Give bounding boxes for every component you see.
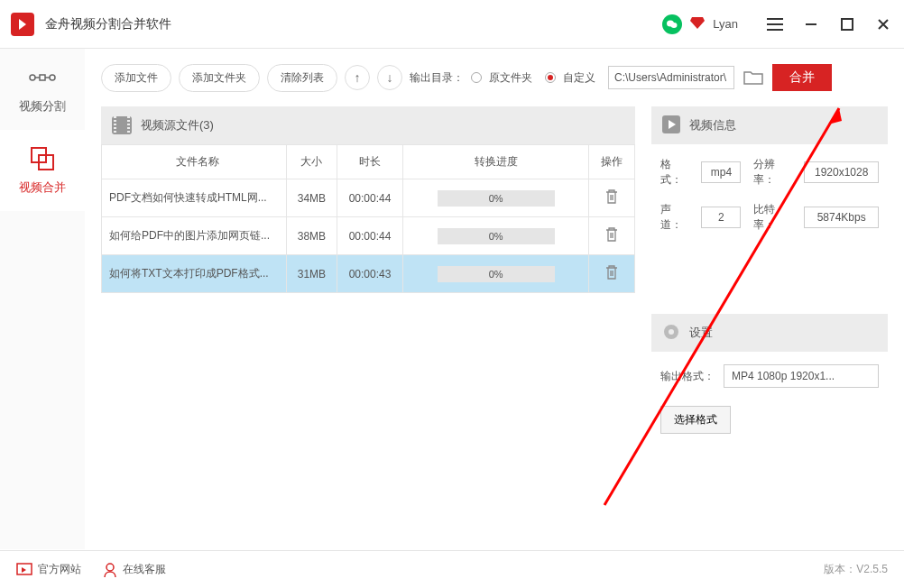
col-progress: 转换进度 [403,145,588,179]
table-row[interactable]: 如何将TXT文本打印成PDF格式... 31MB 00:00:43 0% [102,255,635,293]
menu-icon[interactable] [765,14,785,34]
sidebar-label-merge: 视频合并 [19,179,66,196]
online-service-link[interactable]: 在线客服 [103,562,166,578]
resolution-value: 1920x1028 [804,161,879,183]
choose-format-button[interactable]: 选择格式 [660,406,731,434]
source-files-header: 视频源文件(3) [101,106,635,144]
file-progress-cell: 0% [403,179,588,217]
radio-original[interactable] [471,72,482,83]
out-format-value: MP4 1080p 1920x1... [724,364,879,388]
official-site-label: 官方网站 [38,562,81,577]
film-icon [112,116,132,134]
col-name: 文件名称 [102,145,287,179]
close-icon[interactable] [873,14,893,34]
add-file-button[interactable]: 添加文件 [101,64,171,92]
app-title: 金舟视频分割合并软件 [45,16,662,32]
sidebar: 视频分割 视频合并 [0,49,85,549]
col-size: 大小 [287,145,337,179]
col-duration: 时长 [337,145,403,179]
source-files-title: 视频源文件(3) [141,117,214,133]
file-progress-cell: 0% [403,255,588,293]
wechat-icon [662,14,682,34]
maximize-icon[interactable] [837,14,857,34]
settings-header: 设置 [651,314,888,352]
file-size-cell: 38MB [287,217,337,255]
browse-folder-icon[interactable] [742,66,765,89]
svg-point-1 [671,23,678,28]
file-name-cell: PDF文档如何快速转成HTML网... [102,179,287,217]
move-down-button[interactable]: ↓ [377,65,402,90]
clear-list-button[interactable]: 清除列表 [267,64,337,92]
gear-icon [662,323,680,344]
file-duration-cell: 00:00:44 [337,179,403,217]
table-row[interactable]: 如何给PDF中的图片添加网页链... 38MB 00:00:44 0% [102,217,635,255]
svg-point-4 [50,75,55,80]
delete-icon[interactable] [604,226,619,243]
diamond-icon [689,15,706,33]
file-size-cell: 31MB [287,255,337,293]
channel-value: 2 [701,207,741,228]
sidebar-item-merge[interactable]: 视频合并 [0,130,85,211]
output-path-input[interactable] [608,66,734,89]
toolbar: 添加文件 添加文件夹 清除列表 ↑ ↓ 输出目录： 原文件夹 自定义 合并 [101,60,888,96]
username: Lyan [713,17,738,31]
radio-custom[interactable] [545,72,556,83]
bitrate-value: 5874Kbps [804,207,879,228]
file-name-cell: 如何给PDF中的图片添加网页链... [102,217,287,255]
svg-rect-5 [40,75,45,80]
play-icon [662,115,680,136]
move-up-button[interactable]: ↑ [345,65,370,90]
title-bar: 金舟视频分割合并软件 Lyan [0,0,904,49]
official-site-link[interactable]: 官方网站 [16,562,81,577]
format-value: mp4 [701,161,741,183]
sidebar-label-split: 视频分割 [19,98,66,115]
merge-button[interactable]: 合并 [772,64,832,91]
radio-custom-label: 自定义 [563,70,595,86]
svg-point-12 [106,564,114,571]
delete-icon[interactable] [604,264,619,280]
bitrate-label: 比特率： [753,202,791,233]
file-name-cell: 如何将TXT文本打印成PDF格式... [102,255,287,293]
bottom-bar: 官方网站 在线客服 版本：V2.5.5 [0,550,904,588]
resolution-label: 分辨率： [753,157,791,188]
merge-icon [29,145,56,172]
svg-point-3 [30,75,35,80]
table-row[interactable]: PDF文档如何快速转成HTML网... 34MB 00:00:44 0% [102,179,635,217]
channel-label: 声道： [660,202,688,233]
window-controls [765,14,893,34]
version-text: 版本：V2.5.5 [824,562,888,577]
output-dir-label: 输出目录： [410,70,464,86]
video-info-header: 视频信息 [651,106,888,144]
sidebar-item-split[interactable]: 视频分割 [0,49,85,130]
app-logo [11,13,34,36]
file-table: 文件名称 大小 时长 转换进度 操作 PDF文档如何快速转成HTML网... 3… [101,144,635,293]
format-label: 格式： [660,157,688,188]
minimize-icon[interactable] [801,14,821,34]
col-action: 操作 [588,145,634,179]
svg-rect-2 [842,19,853,30]
svg-point-10 [669,329,674,335]
file-duration-cell: 00:00:44 [337,217,403,255]
file-duration-cell: 00:00:43 [337,255,403,293]
video-info-title: 视频信息 [689,117,736,133]
online-service-label: 在线客服 [123,562,166,577]
split-icon [29,64,56,91]
radio-original-label: 原文件夹 [489,70,532,86]
delete-icon[interactable] [604,188,619,205]
file-progress-cell: 0% [403,217,588,255]
out-format-label: 输出格式： [660,369,715,384]
settings-title: 设置 [689,325,713,341]
add-folder-button[interactable]: 添加文件夹 [179,64,260,92]
user-area: Lyan [662,14,738,34]
file-size-cell: 34MB [287,179,337,217]
